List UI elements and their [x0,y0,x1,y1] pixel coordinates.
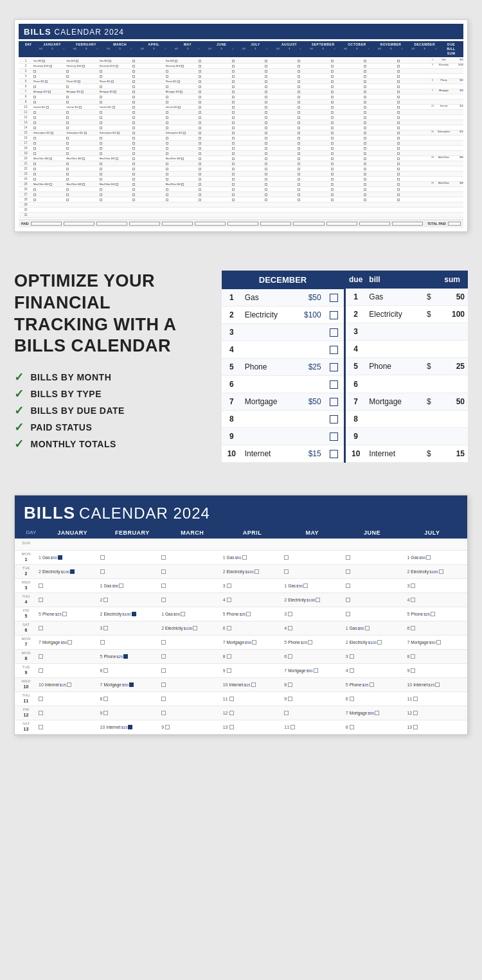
bottom-checkbox[interactable] [303,584,308,588]
cal-checkbox[interactable] [132,142,135,145]
cal-checkbox[interactable] [132,91,135,93]
cal-checkbox[interactable] [397,147,400,150]
cal-checkbox[interactable] [100,152,102,155]
cal-checkbox[interactable] [331,183,334,186]
cal-checkbox[interactable] [298,127,300,129]
cal-checkbox[interactable] [364,101,366,103]
cal-checkbox[interactable] [232,163,235,165]
cal-checkbox[interactable] [397,127,400,129]
cal-checkbox[interactable] [66,168,69,170]
cal-checkbox[interactable] [166,111,168,114]
cal-checkbox[interactable] [232,157,235,160]
cal-checkbox[interactable] [82,157,85,160]
cal-checkbox[interactable] [132,173,135,175]
bottom-checkbox[interactable] [375,711,379,715]
bottom-checkbox[interactable] [161,697,166,701]
bottom-checkbox[interactable] [284,555,289,560]
cal-checkbox[interactable] [298,173,300,175]
cal-checkbox[interactable] [265,199,267,201]
cal-checkbox[interactable] [331,75,334,78]
bottom-checkbox[interactable] [314,668,318,673]
cal-checkbox[interactable] [100,168,102,170]
bottom-checkbox[interactable] [350,725,354,729]
cal-checkbox[interactable] [232,132,235,134]
cal-checkbox[interactable] [100,173,102,175]
bottom-checkbox[interactable] [39,654,43,659]
cal-checkbox[interactable] [298,106,300,109]
cal-checkbox[interactable] [79,106,82,109]
bottom-checkbox[interactable] [346,612,350,616]
cal-checkbox[interactable] [66,193,69,196]
cal-checkbox[interactable] [331,147,334,150]
cal-paid-nov[interactable] [359,222,390,226]
cal-checkbox[interactable] [66,142,69,145]
cal-checkbox[interactable] [397,106,400,109]
cal-checkbox[interactable] [132,96,135,98]
cal-checkbox[interactable] [331,60,334,62]
cal-checkbox[interactable] [397,85,400,88]
cal-checkbox[interactable] [331,199,334,201]
cal-checkbox[interactable] [232,188,235,191]
cal-checkbox[interactable] [364,178,366,181]
cal-checkbox[interactable] [232,127,235,129]
cal-checkbox[interactable] [132,168,135,170]
cal-checkbox[interactable] [33,193,36,196]
cal-checkbox[interactable] [199,127,201,129]
cal-checkbox[interactable] [166,163,168,165]
cal-checkbox[interactable] [116,183,118,186]
bottom-checkbox[interactable] [181,612,185,616]
cal-checkbox[interactable] [232,75,235,78]
cal-checkbox[interactable] [111,80,114,83]
cal-checkbox[interactable] [364,96,366,98]
cal-checkbox[interactable] [298,132,300,134]
cal-checkbox[interactable] [66,116,69,119]
cal-checkbox[interactable] [364,157,366,160]
cal-checkbox[interactable] [132,70,135,73]
cal-checkbox[interactable] [78,80,80,83]
cal-checkbox[interactable] [298,116,300,119]
cal-checkbox[interactable] [331,65,334,67]
cal-checkbox[interactable] [112,106,115,109]
cal-checkbox[interactable] [397,173,400,175]
cal-checkbox[interactable] [166,193,168,196]
cal-checkbox[interactable] [33,142,36,145]
cal-checkbox[interactable] [100,127,102,129]
cal-checkbox[interactable] [298,188,300,191]
bottom-checkbox[interactable] [346,555,350,560]
cal-checkbox[interactable] [45,80,48,83]
cal-checkbox[interactable] [265,127,267,129]
cal-checkbox[interactable] [298,152,300,155]
cal-checkbox[interactable] [199,111,201,114]
cal-checkbox[interactable] [397,152,400,155]
cal-checkbox[interactable] [232,101,235,103]
cal-checkbox[interactable] [364,173,366,175]
cal-checkbox[interactable] [199,65,201,67]
cal-checkbox[interactable] [132,106,135,109]
cal-checkbox[interactable] [199,132,201,134]
cal-checkbox[interactable] [364,132,366,134]
cal-checkbox[interactable] [199,152,201,155]
bottom-checkbox[interactable] [346,598,350,602]
cal-checkbox[interactable] [364,75,366,78]
cal-checkbox[interactable] [397,193,400,196]
cal-checkbox[interactable] [364,147,366,150]
bottom-checkbox[interactable] [431,612,435,616]
bottom-checkbox[interactable] [370,682,374,687]
cal-checkbox[interactable] [265,75,267,78]
bottom-checkbox[interactable] [39,584,43,588]
dec-row-check[interactable] [325,445,344,463]
cal-checkbox[interactable] [397,132,400,134]
cal-checkbox[interactable] [331,163,334,165]
cal-checkbox[interactable] [199,96,201,98]
bottom-checkbox[interactable] [103,598,108,602]
cal-checkbox[interactable] [397,60,400,62]
cal-checkbox[interactable] [298,142,300,145]
cal-checkbox[interactable] [298,183,300,186]
cal-checkbox[interactable] [397,163,400,165]
bottom-checkbox[interactable] [39,626,43,630]
cal-total-input[interactable] [448,222,461,226]
bottom-checkbox[interactable] [70,569,75,574]
cal-checkbox[interactable] [265,65,267,67]
cal-checkbox[interactable] [76,60,78,62]
bottom-checkbox[interactable] [251,682,256,687]
